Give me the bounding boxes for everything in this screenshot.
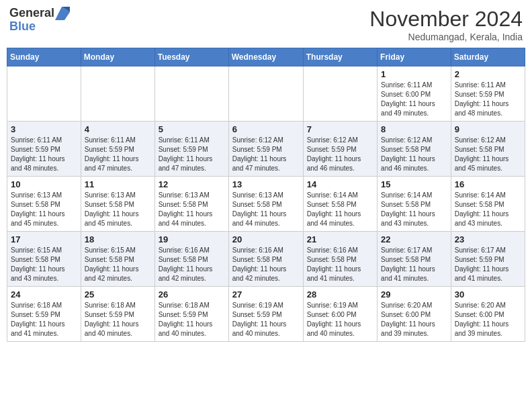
day-info: Sunrise: 6:12 AM Sunset: 5:59 PM Dayligh… — [232, 136, 300, 173]
calendar-cell: 16Sunrise: 6:14 AM Sunset: 5:58 PM Dayli… — [451, 177, 525, 232]
day-info: Sunrise: 6:11 AM Sunset: 5:59 PM Dayligh… — [85, 136, 151, 173]
day-number: 24 — [11, 289, 77, 300]
day-info: Sunrise: 6:13 AM Sunset: 5:58 PM Dayligh… — [232, 191, 300, 228]
day-number: 17 — [11, 234, 77, 244]
day-info: Sunrise: 6:13 AM Sunset: 5:58 PM Dayligh… — [85, 191, 151, 228]
calendar-cell: 3Sunrise: 6:11 AM Sunset: 5:59 PM Daylig… — [7, 122, 81, 177]
day-number: 21 — [307, 234, 373, 244]
day-info: Sunrise: 6:12 AM Sunset: 5:59 PM Dayligh… — [307, 136, 373, 173]
calendar-cell: 28Sunrise: 6:19 AM Sunset: 6:00 PM Dayli… — [303, 287, 377, 342]
day-number: 9 — [455, 124, 521, 134]
day-info: Sunrise: 6:17 AM Sunset: 5:59 PM Dayligh… — [455, 246, 521, 283]
day-info: Sunrise: 6:16 AM Sunset: 5:58 PM Dayligh… — [307, 246, 373, 283]
day-info: Sunrise: 6:16 AM Sunset: 5:58 PM Dayligh… — [159, 246, 225, 283]
calendar-cell: 10Sunrise: 6:13 AM Sunset: 5:58 PM Dayli… — [7, 177, 81, 232]
day-info: Sunrise: 6:11 AM Sunset: 5:59 PM Dayligh… — [11, 136, 77, 173]
month-title: November 2024 — [369, 7, 523, 32]
logo-text: General — [9, 7, 70, 20]
calendar-cell: 1Sunrise: 6:11 AM Sunset: 6:00 PM Daylig… — [378, 66, 451, 122]
day-number: 7 — [307, 124, 373, 134]
day-info: Sunrise: 6:15 AM Sunset: 5:58 PM Dayligh… — [85, 246, 151, 283]
logo: General Blue — [9, 7, 70, 34]
calendar-cell: 14Sunrise: 6:14 AM Sunset: 5:58 PM Dayli… — [303, 177, 377, 232]
title-area: November 2024 Nedumangad, Kerala, India — [369, 7, 523, 42]
day-number: 26 — [159, 289, 225, 300]
col-header-friday: Friday — [378, 48, 451, 66]
calendar-cell — [154, 66, 228, 122]
col-header-thursday: Thursday — [303, 48, 377, 66]
logo-blue: Blue — [9, 20, 70, 34]
calendar-cell: 30Sunrise: 6:20 AM Sunset: 6:00 PM Dayli… — [451, 287, 525, 342]
day-number: 4 — [85, 124, 151, 134]
col-header-tuesday: Tuesday — [154, 48, 228, 66]
day-info: Sunrise: 6:19 AM Sunset: 6:00 PM Dayligh… — [307, 301, 373, 338]
calendar-cell: 17Sunrise: 6:15 AM Sunset: 5:58 PM Dayli… — [7, 232, 81, 287]
calendar-cell: 2Sunrise: 6:11 AM Sunset: 5:59 PM Daylig… — [451, 66, 525, 122]
day-info: Sunrise: 6:13 AM Sunset: 5:58 PM Dayligh… — [11, 191, 77, 228]
calendar-cell: 12Sunrise: 6:13 AM Sunset: 5:58 PM Dayli… — [154, 177, 228, 232]
calendar-cell: 4Sunrise: 6:11 AM Sunset: 5:59 PM Daylig… — [81, 122, 154, 177]
day-number: 14 — [307, 179, 373, 189]
calendar-cell: 8Sunrise: 6:12 AM Sunset: 5:58 PM Daylig… — [378, 122, 451, 177]
day-number: 19 — [159, 234, 225, 244]
day-info: Sunrise: 6:17 AM Sunset: 5:58 PM Dayligh… — [381, 246, 447, 283]
calendar-cell: 7Sunrise: 6:12 AM Sunset: 5:59 PM Daylig… — [303, 122, 377, 177]
day-number: 1 — [381, 69, 447, 79]
calendar-cell: 19Sunrise: 6:16 AM Sunset: 5:58 PM Dayli… — [154, 232, 228, 287]
day-number: 6 — [232, 124, 300, 134]
day-number: 18 — [85, 234, 151, 244]
calendar-cell: 25Sunrise: 6:18 AM Sunset: 5:59 PM Dayli… — [81, 287, 154, 342]
day-number: 8 — [381, 124, 447, 134]
day-number: 16 — [455, 179, 521, 189]
day-info: Sunrise: 6:16 AM Sunset: 5:58 PM Dayligh… — [232, 246, 300, 283]
day-info: Sunrise: 6:20 AM Sunset: 6:00 PM Dayligh… — [455, 301, 521, 338]
day-number: 5 — [159, 124, 225, 134]
day-info: Sunrise: 6:14 AM Sunset: 5:58 PM Dayligh… — [307, 191, 373, 228]
day-number: 20 — [232, 234, 300, 244]
calendar-cell: 5Sunrise: 6:11 AM Sunset: 5:59 PM Daylig… — [154, 122, 228, 177]
week-row-3: 10Sunrise: 6:13 AM Sunset: 5:58 PM Dayli… — [7, 177, 525, 232]
calendar-cell: 18Sunrise: 6:15 AM Sunset: 5:58 PM Dayli… — [81, 232, 154, 287]
calendar-cell — [228, 66, 303, 122]
day-info: Sunrise: 6:14 AM Sunset: 5:58 PM Dayligh… — [455, 191, 521, 228]
calendar-cell — [303, 66, 377, 122]
week-row-5: 24Sunrise: 6:18 AM Sunset: 5:59 PM Dayli… — [7, 287, 525, 342]
location-text: Nedumangad, Kerala, India — [369, 32, 523, 42]
calendar-cell: 26Sunrise: 6:18 AM Sunset: 5:59 PM Dayli… — [154, 287, 228, 342]
day-info: Sunrise: 6:19 AM Sunset: 5:59 PM Dayligh… — [232, 301, 300, 338]
calendar-cell: 24Sunrise: 6:18 AM Sunset: 5:59 PM Dayli… — [7, 287, 81, 342]
calendar-cell — [7, 66, 81, 122]
week-row-4: 17Sunrise: 6:15 AM Sunset: 5:58 PM Dayli… — [7, 232, 525, 287]
col-header-saturday: Saturday — [451, 48, 525, 66]
logo-icon — [55, 7, 70, 20]
calendar-cell: 20Sunrise: 6:16 AM Sunset: 5:58 PM Dayli… — [228, 232, 303, 287]
day-number: 12 — [159, 179, 225, 189]
day-info: Sunrise: 6:18 AM Sunset: 5:59 PM Dayligh… — [159, 301, 225, 338]
calendar-cell: 6Sunrise: 6:12 AM Sunset: 5:59 PM Daylig… — [228, 122, 303, 177]
day-info: Sunrise: 6:18 AM Sunset: 5:59 PM Dayligh… — [85, 301, 151, 338]
calendar-cell: 29Sunrise: 6:20 AM Sunset: 6:00 PM Dayli… — [378, 287, 451, 342]
week-row-1: 1Sunrise: 6:11 AM Sunset: 6:00 PM Daylig… — [7, 66, 525, 122]
calendar-cell: 23Sunrise: 6:17 AM Sunset: 5:59 PM Dayli… — [451, 232, 525, 287]
day-info: Sunrise: 6:11 AM Sunset: 5:59 PM Dayligh… — [159, 136, 225, 173]
day-info: Sunrise: 6:12 AM Sunset: 5:58 PM Dayligh… — [381, 136, 447, 173]
day-info: Sunrise: 6:15 AM Sunset: 5:58 PM Dayligh… — [11, 246, 77, 283]
day-number: 2 — [455, 69, 521, 79]
calendar-cell: 15Sunrise: 6:14 AM Sunset: 5:58 PM Dayli… — [378, 177, 451, 232]
day-number: 22 — [381, 234, 447, 244]
day-number: 13 — [232, 179, 300, 189]
day-number: 28 — [307, 289, 373, 300]
day-number: 25 — [85, 289, 151, 300]
calendar-cell: 9Sunrise: 6:12 AM Sunset: 5:58 PM Daylig… — [451, 122, 525, 177]
day-number: 11 — [85, 179, 151, 189]
col-header-monday: Monday — [81, 48, 154, 66]
day-number: 15 — [381, 179, 447, 189]
col-header-wednesday: Wednesday — [228, 48, 303, 66]
day-number: 23 — [455, 234, 521, 244]
calendar-cell — [81, 66, 154, 122]
day-info: Sunrise: 6:11 AM Sunset: 6:00 PM Dayligh… — [381, 81, 447, 118]
day-info: Sunrise: 6:13 AM Sunset: 5:58 PM Dayligh… — [159, 191, 225, 228]
calendar-cell: 22Sunrise: 6:17 AM Sunset: 5:58 PM Dayli… — [378, 232, 451, 287]
day-info: Sunrise: 6:20 AM Sunset: 6:00 PM Dayligh… — [381, 301, 447, 338]
day-number: 27 — [232, 289, 300, 300]
